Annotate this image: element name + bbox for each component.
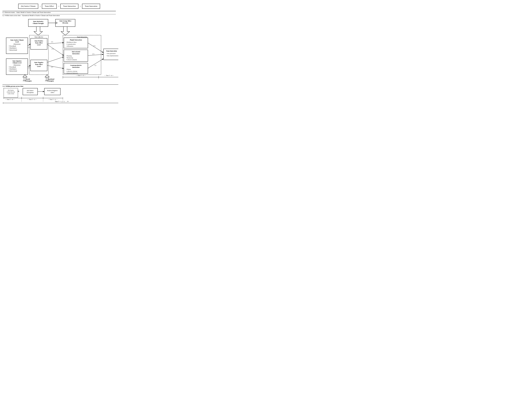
- svg-text:Dimensions: Dimensions: [13, 64, 21, 66]
- svg-text:• Affirmation: • Affirmation: [66, 45, 73, 47]
- header-box-justice: (In) Justice Climate: [18, 4, 38, 9]
- svg-marker-9: [61, 27, 70, 35]
- svg-text:(+): (+): [28, 67, 30, 69]
- svg-text:Climate Level: Climate Level: [12, 62, 22, 64]
- arrow-3: →: [79, 5, 81, 8]
- svg-text:Time T = 1, 2, 3, …. N: Time T = 1, 2, 3, …. N: [55, 101, 69, 102]
- svg-line-64: [47, 45, 64, 56]
- svg-text:• Communication: • Communication: [66, 43, 76, 45]
- header-box-affect: Team Affect: [42, 4, 57, 9]
- svg-text:• Idea generation: • Idea generation: [106, 53, 116, 54]
- svg-text:Contagion: Contagion: [47, 80, 54, 82]
- svg-line-62: [47, 43, 64, 44]
- svg-text:(+): (+): [28, 46, 30, 48]
- svg-text:• Interactional: • Interactional: [9, 70, 17, 72]
- svg-text:Team Innovation: Team Innovation: [106, 50, 117, 52]
- svg-text:Diversity: Diversity: [62, 22, 68, 24]
- svg-text:• Critical evaluation: • Critical evaluation: [66, 59, 77, 60]
- svg-text:Interactions: Interactions: [72, 66, 80, 68]
- svg-text:Team Affect: Team Affect: [35, 64, 43, 65]
- svg-text:related discrete: related discrete: [7, 91, 15, 93]
- arrow-2: →: [58, 5, 60, 8]
- svg-text:Level: Level: [15, 41, 19, 43]
- svg-text:• Idea implementation: • Idea implementation: [106, 55, 118, 57]
- svg-text:• Building on Ideas: • Building on Ideas: [66, 41, 77, 43]
- l2-label: L2: Within team across time – Dynamical …: [2, 14, 116, 17]
- svg-text:Emotional: Emotional: [48, 78, 54, 80]
- svg-text:Interactions: Interactions: [72, 53, 80, 55]
- svg-text:• Procedural: • Procedural: [9, 45, 16, 47]
- svg-text:Task-oriented: Task-oriented: [72, 51, 80, 53]
- svg-text:(+): (+): [94, 45, 95, 47]
- svg-text:State Injustice: State Injustice: [12, 60, 22, 62]
- svg-text:← Time T + t4 →: ← Time T + t4 →: [104, 75, 114, 76]
- svg-text:← Time T + t2 →: ← Time T + t2 →: [48, 99, 58, 100]
- svg-text:Playful Interactions: Playful Interactions: [70, 39, 82, 41]
- svg-line-68: [47, 57, 64, 62]
- svg-text:L1: Within person across time: L1: Within person across time: [3, 85, 24, 87]
- svg-text:Climate Strength: Climate Strength: [33, 23, 44, 24]
- svg-text:Perceptions: Perceptions: [27, 92, 34, 93]
- svg-text:Level: Level: [37, 44, 41, 46]
- svg-text:(In) Justice: (In) Justice: [27, 90, 34, 92]
- svg-text:(+): (+): [51, 66, 53, 68]
- svg-text:• collective criticism: • collective criticism: [66, 70, 77, 72]
- svg-text:State Negative: State Negative: [34, 62, 43, 63]
- svg-text:Dimensions: Dimensions: [13, 43, 21, 45]
- svg-text:State Justice Climate: State Justice Climate: [10, 39, 24, 41]
- svg-text:• Antisocial behaviors: • Antisocial behaviors: [66, 72, 78, 74]
- svg-text:Counterproductive: Counterproductive: [70, 64, 82, 66]
- svg-marker-89: [18, 91, 19, 92]
- header-box-interaction: Team Interaction: [60, 4, 78, 9]
- svg-text:State Positive: State Positive: [35, 40, 43, 42]
- svg-text:Team Affect: Team Affect: [35, 42, 43, 44]
- l3-label: L3: Between teams – Static Model of Just…: [2, 11, 116, 14]
- svg-text:Social: Social: [26, 78, 30, 80]
- arrow-1: →: [39, 5, 41, 8]
- svg-text:(+): (+): [93, 53, 94, 55]
- svg-text:← Time T + t0 →: ← Time T + t0 →: [5, 99, 15, 100]
- svg-text:Affect: Affect: [50, 92, 54, 93]
- svg-text:Level: Level: [37, 66, 41, 67]
- top-flow: (In) Justice Climate → Team Affect → Tea…: [2, 2, 116, 10]
- svg-text:• Procedural: • Procedural: [9, 66, 16, 68]
- svg-text:Team Affective: Team Affective: [35, 36, 43, 38]
- svg-text:State Group Affect: State Group Affect: [59, 20, 71, 22]
- svg-line-66: [47, 65, 64, 69]
- svg-text:(-): (-): [95, 64, 96, 66]
- main-diagram: State (In)Justice Climate Strength State…: [2, 18, 118, 104]
- svg-text:Team Interaction: Team Interaction: [77, 36, 87, 38]
- svg-text:• Interactional: • Interactional: [9, 49, 17, 51]
- svg-text:• Monitoring: • Monitoring: [66, 57, 73, 58]
- svg-text:← Time T + t1 →: ← Time T + t1 →: [27, 99, 37, 100]
- header-box-innovation: Team Innovation: [82, 4, 100, 9]
- svg-text:• Distributive: • Distributive: [9, 68, 17, 70]
- svg-text:State (In)Justice: State (In)Justice: [33, 21, 43, 22]
- svg-text:• Planning: • Planning: [66, 55, 72, 57]
- svg-text:• Distributive: • Distributive: [9, 47, 17, 49]
- svg-text:Contagion: Contagion: [25, 80, 32, 82]
- diagram-svg: State (In)Justice Climate Strength State…: [2, 18, 118, 104]
- svg-text:(+): (+): [51, 41, 53, 43]
- svg-text:(In) Justice: (In) Justice: [8, 89, 14, 91]
- svg-text:Positive/Negative: Positive/Negative: [47, 90, 58, 92]
- svg-text:← Time T + t3 →: ← Time T + t3 →: [76, 75, 85, 76]
- svg-text:(+): (+): [52, 48, 54, 50]
- svg-text:work events: work events: [8, 93, 14, 94]
- svg-text:• Silence: • Silence: [66, 69, 71, 70]
- svg-marker-8: [34, 27, 43, 35]
